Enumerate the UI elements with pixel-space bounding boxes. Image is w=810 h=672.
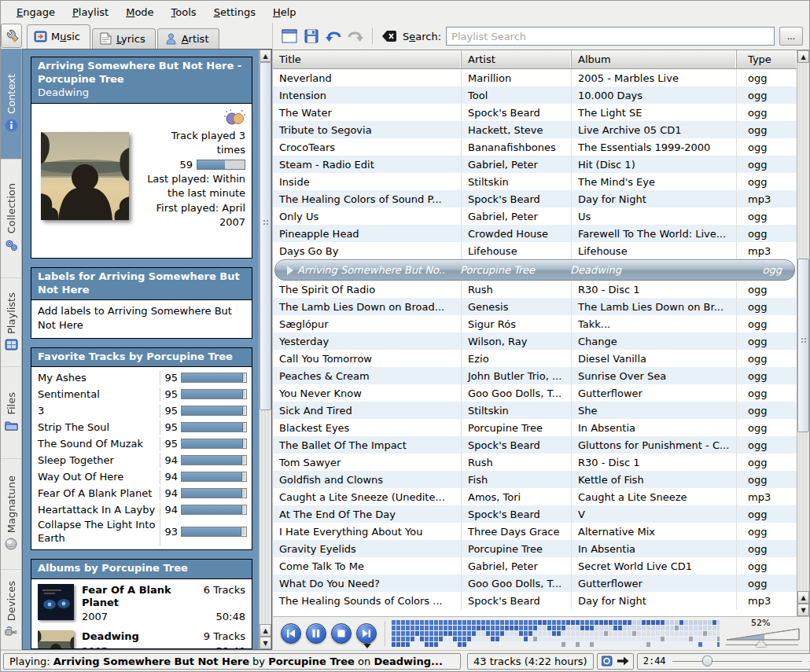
search-options-button[interactable]: ... <box>779 27 803 46</box>
playlist-row[interactable]: SæglópurSigur RósTakk...ogg <box>273 315 797 332</box>
scrollbar-track[interactable] <box>260 62 271 624</box>
playlist-row[interactable]: At The End Of The DaySpock's BeardVogg <box>273 505 797 523</box>
seek-slider[interactable] <box>672 655 802 667</box>
playlist-row[interactable]: IntensionTool10.000 Daysogg <box>273 86 797 104</box>
scroll-down-button[interactable]: ▼ <box>797 604 809 616</box>
next-button[interactable] <box>356 623 377 644</box>
playlist-row[interactable]: YesterdayWilson, RayChangeogg <box>273 332 797 350</box>
favorite-track-row[interactable]: Heartattack In A Layby94 <box>38 501 247 518</box>
tab-music[interactable]: Music <box>27 24 90 49</box>
search-input[interactable] <box>446 27 775 46</box>
scrollbar-track[interactable] <box>797 63 809 591</box>
stop-menu-caret-icon[interactable] <box>363 644 371 648</box>
favorite-track-row[interactable]: Collapse The Light Into Earth93 <box>38 518 247 545</box>
album-cover-deadwing[interactable] <box>41 132 129 220</box>
menu-playlist[interactable]: Playlist <box>64 3 116 21</box>
scrollbar-thumb[interactable] <box>797 259 809 433</box>
favorite-track-row[interactable]: Sleep Together94 <box>38 452 247 468</box>
favorite-track-row[interactable]: Sentimental95 <box>38 386 247 402</box>
playlist-row[interactable]: The Ballet Of The ImpactSpock's BeardGlu… <box>273 436 797 454</box>
menu-tools[interactable]: Tools <box>164 3 204 21</box>
first-played: First played: April 2007 <box>140 201 245 230</box>
save-playlist-icon[interactable] <box>303 28 320 45</box>
favorite-track-row[interactable]: Fear Of A Blank Planet94 <box>38 485 247 501</box>
playlist-row[interactable]: Pineapple HeadCrowded HouseFarewell To T… <box>273 225 797 242</box>
album-entry[interactable]: Fear Of A Blank Planet6 Tracks200750:48 <box>38 584 245 623</box>
playlist-row[interactable]: The Healing Colors of Sound P...Spock's … <box>273 190 797 207</box>
previous-button[interactable] <box>281 623 301 644</box>
playlist-row[interactable]: I Hate Everything About YouThree Days Gr… <box>273 523 797 540</box>
stop-button[interactable] <box>331 623 352 644</box>
playlist-scrollbar[interactable]: ▲ ▲ ▼ <box>797 50 809 616</box>
playlist-row[interactable]: Only UsGabriel, PeterUsogg <box>273 207 797 225</box>
sidebar-item-files[interactable]: Files <box>1 367 21 459</box>
playlist-row[interactable]: CrocoTearsBananafishbonesThe Essentials … <box>273 138 797 156</box>
playlist-row[interactable]: What Do You Need?Goo Goo Dolls, T...Gutt… <box>273 575 797 592</box>
scrollbar-thumb[interactable] <box>260 62 271 410</box>
now-playing-title: Arriving Somewhere But Not Here - Porcup… <box>38 60 245 86</box>
volume-slider-handle[interactable] <box>756 640 767 647</box>
track-score: 94 <box>160 487 181 499</box>
tab-lyrics[interactable]: Lyrics <box>92 28 156 49</box>
menu-engage[interactable]: Engage <box>9 3 63 21</box>
favorite-track-row[interactable]: The Sound Of Muzak95 <box>38 435 247 452</box>
playlist-row[interactable]: Steam - Radio EditGabriel, PeterHit (Dis… <box>273 156 797 173</box>
playlist-row[interactable]: Days Go ByLifehouseLifehousemp3 <box>273 242 797 259</box>
column-header-type[interactable]: Type <box>737 50 797 68</box>
volume-control[interactable]: 52% <box>720 618 804 649</box>
block-analyzer[interactable] <box>392 620 720 648</box>
menu-help[interactable]: Help <box>265 3 304 21</box>
scroll-down-button[interactable]: ▼ <box>260 637 271 649</box>
sidebar-item-playlists[interactable]: Playlists <box>1 278 21 367</box>
new-playlist-icon[interactable] <box>281 28 298 45</box>
playlist-row[interactable]: Come Talk To MeGabriel, PeterSecret Worl… <box>273 557 797 575</box>
menu-settings[interactable]: Settings <box>206 3 263 21</box>
playlist-row[interactable]: You Never KnowGoo Goo Dolls, T...Gutterf… <box>273 384 797 402</box>
sidebar-item-magnatune[interactable]: Magnatune <box>1 459 21 570</box>
sidebar-item-context[interactable]: Context <box>1 49 21 160</box>
sidebar-item-collection[interactable]: Collection <box>1 160 21 278</box>
playlist-row[interactable]: The Spirit Of RadioRushR30 - Disc 1ogg <box>273 281 797 298</box>
favorite-track-row[interactable]: My Ashes95 <box>38 369 247 386</box>
playlist-row[interactable]: Tom SawyerRushR30 - Disc 1ogg <box>273 454 797 471</box>
favorite-track-row[interactable]: 395 <box>38 402 247 419</box>
column-header-artist[interactable]: Artist <box>462 50 572 68</box>
scroll-up-button[interactable]: ▲ <box>797 50 809 63</box>
playlist-row[interactable]: The Healing Sounds of Colors ...Spock's … <box>273 592 797 609</box>
column-header-title[interactable]: Title <box>273 50 462 68</box>
sidebar-item-devices[interactable]: Devices <box>1 570 21 650</box>
undo-icon[interactable] <box>325 28 342 45</box>
playlist-row[interactable]: Peaches & CreamJohn Butler Trio, ...Sunr… <box>273 367 797 384</box>
menu-mode[interactable]: Mode <box>118 3 161 21</box>
favorite-track-row[interactable]: Strip The Soul95 <box>38 419 247 435</box>
playlist-row[interactable]: Tribute to SegoviaHackett, SteveLive Arc… <box>273 121 797 138</box>
cell-artist: Goo Goo Dolls, T... <box>462 384 572 402</box>
playlist-row[interactable]: InsideStiltskinThe Mind's Eyeogg <box>273 173 797 190</box>
scroll-up-button2[interactable]: ▲ <box>797 591 809 604</box>
context-scrollbar[interactable]: ▲ ▲ ▼ <box>259 50 271 649</box>
playlist-row[interactable]: The WaterSpock's BeardThe Light SEogg <box>273 104 797 121</box>
queue-toggle-button[interactable] <box>597 653 634 670</box>
tab-artist[interactable]: Artist <box>157 28 219 49</box>
favorite-track-row[interactable]: Way Out Of Here94 <box>38 468 247 485</box>
playlist-row[interactable]: Goldfish and ClownsFishKettle of Fishogg <box>273 471 797 488</box>
scroll-up-button2[interactable]: ▲ <box>260 624 271 637</box>
playlist-row[interactable]: Gravity EyelidsPorcupine TreeIn Absentia… <box>273 540 797 557</box>
playlist-row[interactable]: Sick And TiredStiltskinSheogg <box>273 402 797 419</box>
clear-search-icon[interactable] <box>381 28 398 45</box>
pause-button[interactable] <box>306 623 326 644</box>
album-entry[interactable]: Deadwing9 Tracks200559:40 <box>38 630 245 648</box>
playlist-row[interactable]: The Lamb Lies Down on Broad...GenesisThe… <box>273 298 797 315</box>
cell-album: The Light SE <box>572 104 737 121</box>
playlist-row[interactable]: Caught a Lite Sneeze (Unedite...Amos, To… <box>273 488 797 505</box>
playlist-row[interactable]: NeverlandMarillion2005 - Marbles Liveogg <box>273 69 797 86</box>
scroll-up-button[interactable]: ▲ <box>260 50 271 62</box>
playlist-row[interactable]: Blackest EyesPorcupine TreeIn Absentiaog… <box>273 419 797 436</box>
configure-button[interactable] <box>1 24 22 48</box>
column-header-album[interactable]: Album <box>572 50 737 68</box>
seek-handle[interactable] <box>702 655 712 666</box>
redo-icon[interactable] <box>347 28 364 45</box>
playlist-row[interactable]: Call You TomorrowEzioDiesel Vanillaogg <box>273 350 797 367</box>
labels-body[interactable]: Add labels to Arriving Somewhere But Not… <box>31 300 252 337</box>
playlist-row-current[interactable]: Arriving Somewhere But No..Porcupine Tre… <box>274 259 795 281</box>
